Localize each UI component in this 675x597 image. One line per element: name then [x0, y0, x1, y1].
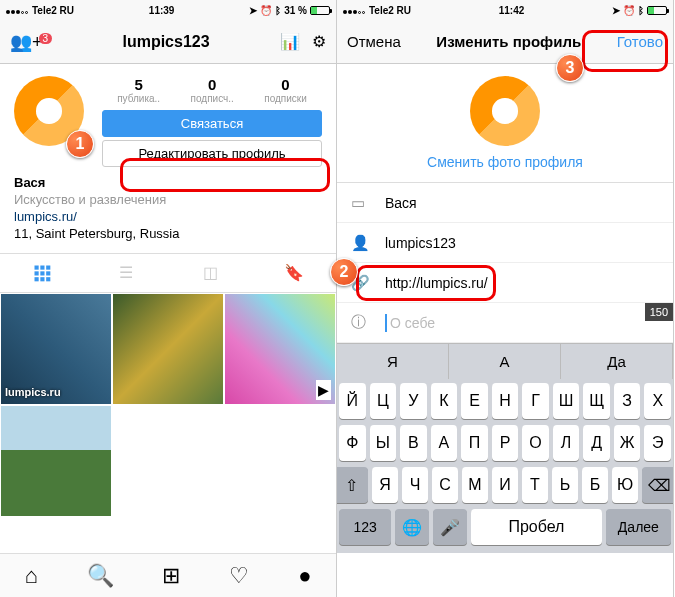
bluetooth-icon: ᛒ: [638, 5, 644, 16]
photo-3[interactable]: ▶: [224, 293, 336, 405]
svg-rect-5: [46, 271, 50, 275]
suggestion-1[interactable]: Я: [337, 344, 449, 379]
edit-profile-button[interactable]: Редактировать профиль: [102, 140, 322, 167]
key-Т[interactable]: Т: [522, 467, 548, 503]
stat-followers[interactable]: 0подписч..: [191, 76, 234, 104]
key-Н[interactable]: Н: [492, 383, 519, 419]
key-Ч[interactable]: Ч: [402, 467, 428, 503]
svg-rect-3: [35, 271, 39, 275]
callout-number-2: 2: [330, 258, 358, 286]
key-М[interactable]: М: [462, 467, 488, 503]
tab-home[interactable]: ⌂: [24, 563, 37, 589]
key-С[interactable]: С: [432, 467, 458, 503]
done-button[interactable]: Готово: [617, 33, 663, 50]
key-Ф[interactable]: Ф: [339, 425, 366, 461]
key-Р[interactable]: Р: [492, 425, 519, 461]
change-photo-link[interactable]: Сменить фото профиля: [337, 154, 673, 170]
svg-rect-0: [35, 265, 39, 269]
key-Б[interactable]: Б: [582, 467, 608, 503]
stat-posts[interactable]: 5публика..: [117, 76, 160, 104]
tab-add[interactable]: ⊞: [162, 563, 180, 589]
key-В[interactable]: В: [400, 425, 427, 461]
tab-list[interactable]: ☰: [84, 254, 168, 292]
gear-icon[interactable]: ⚙: [312, 32, 326, 51]
key-Ь[interactable]: Ь: [552, 467, 578, 503]
tab-saved[interactable]: 🔖: [252, 254, 336, 292]
key-Я[interactable]: Я: [372, 467, 398, 503]
clock: 11:39: [149, 5, 175, 16]
tab-search[interactable]: 🔍: [87, 563, 114, 589]
user-icon: 👤: [351, 234, 371, 252]
numbers-key[interactable]: 123: [339, 509, 391, 545]
shift-key[interactable]: ⇧: [337, 467, 368, 503]
tab-bar: ⌂ 🔍 ⊞ ♡ ●: [0, 553, 336, 597]
username-title[interactable]: lumpics123: [122, 33, 209, 51]
keyboard-suggestions: Я А Да: [337, 343, 673, 379]
globe-key[interactable]: 🌐: [395, 509, 429, 545]
website-field[interactable]: 🔗http://lumpics.ru/: [337, 263, 673, 303]
key-Е[interactable]: Е: [461, 383, 488, 419]
photo-2[interactable]: [112, 293, 224, 405]
alarm-icon: ⏰: [623, 5, 635, 16]
bio-category: Искусство и развлечения: [14, 192, 322, 209]
svg-rect-6: [35, 277, 39, 281]
username-field[interactable]: 👤lumpics123: [337, 223, 673, 263]
edit-avatar[interactable]: [470, 76, 540, 146]
bio-link[interactable]: lumpics.ru/: [14, 209, 322, 226]
bio-location: 11, Saint Petersburg, Russia: [14, 226, 322, 243]
next-key[interactable]: Далее: [606, 509, 671, 545]
name-field[interactable]: ▭Вася: [337, 183, 673, 223]
mic-key[interactable]: 🎤: [433, 509, 467, 545]
key-У[interactable]: У: [400, 383, 427, 419]
callout-number-3: 3: [556, 54, 584, 82]
status-bar: Tele2 RU 11:42 ➤⏰ᛒ: [337, 0, 673, 20]
key-Ю[interactable]: Ю: [612, 467, 638, 503]
key-О[interactable]: О: [522, 425, 549, 461]
contact-button[interactable]: Связаться: [102, 110, 322, 137]
suggestion-3[interactable]: Да: [561, 344, 673, 379]
svg-rect-2: [46, 265, 50, 269]
add-user-button[interactable]: 👥+3: [10, 31, 52, 53]
key-П[interactable]: П: [461, 425, 488, 461]
tab-profile[interactable]: ●: [298, 563, 311, 589]
tab-tagged[interactable]: ◫: [168, 254, 252, 292]
key-Ж[interactable]: Ж: [614, 425, 641, 461]
space-key[interactable]: Пробел: [471, 509, 602, 545]
key-К[interactable]: К: [431, 383, 458, 419]
bio-field[interactable]: ⓘО себе150: [337, 303, 673, 343]
key-Л[interactable]: Л: [553, 425, 580, 461]
key-Х[interactable]: Х: [644, 383, 671, 419]
photo-empty: [224, 405, 336, 517]
key-З[interactable]: З: [614, 383, 641, 419]
photo-1[interactable]: lumpics.ru: [0, 293, 112, 405]
tab-activity[interactable]: ♡: [229, 563, 249, 589]
key-А[interactable]: А: [431, 425, 458, 461]
key-И[interactable]: И: [492, 467, 518, 503]
battery-pct: 31 %: [284, 5, 307, 16]
stat-following[interactable]: 0подписки: [264, 76, 307, 104]
photo-grid: lumpics.ru ▶: [0, 293, 336, 517]
insights-icon[interactable]: 📊: [280, 32, 300, 51]
bio-name: Вася: [14, 175, 322, 192]
key-Э[interactable]: Э: [644, 425, 671, 461]
tab-grid[interactable]: [0, 254, 84, 292]
key-Щ[interactable]: Щ: [583, 383, 610, 419]
svg-rect-7: [40, 277, 44, 281]
carrier: Tele2 RU: [369, 5, 411, 16]
video-icon: ▶: [316, 380, 331, 400]
key-Д[interactable]: Д: [583, 425, 610, 461]
callout-number-1: 1: [66, 130, 94, 158]
signal-icon: [6, 5, 29, 16]
key-Ы[interactable]: Ы: [370, 425, 397, 461]
key-Ц[interactable]: Ц: [370, 383, 397, 419]
suggestion-2[interactable]: А: [449, 344, 561, 379]
bio-block: Вася Искусство и развлечения lumpics.ru/…: [0, 175, 336, 253]
location-icon: ➤: [249, 5, 257, 16]
key-Ш[interactable]: Ш: [553, 383, 580, 419]
cancel-button[interactable]: Отмена: [347, 33, 401, 50]
photo-4[interactable]: [0, 405, 112, 517]
key-Й[interactable]: Й: [339, 383, 366, 419]
key-Г[interactable]: Г: [522, 383, 549, 419]
backspace-key[interactable]: ⌫: [642, 467, 674, 503]
photo-empty: [112, 405, 224, 517]
